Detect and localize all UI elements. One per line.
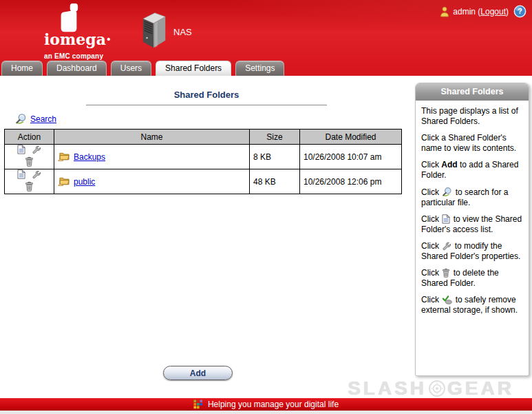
page-title: Shared Folders bbox=[0, 90, 413, 100]
column-header-date-modified: Date Modified bbox=[300, 130, 402, 145]
user-icon bbox=[440, 6, 449, 17]
tab-shared-folders[interactable]: Shared Folders bbox=[156, 61, 231, 76]
delete-folder-icon[interactable] bbox=[25, 181, 34, 194]
column-header-name: Name bbox=[54, 130, 250, 145]
action-cell bbox=[5, 145, 54, 169]
iomega-nas-admin-page: iomega· an EMC company NAS admin (Logout… bbox=[0, 0, 532, 414]
emc-digital-life-icon bbox=[193, 400, 203, 409]
shared-folder-icon bbox=[58, 152, 70, 162]
help-button[interactable]: ? bbox=[513, 5, 526, 18]
nas-device-image bbox=[139, 10, 169, 50]
footer-bar: Helping you manage your digital life bbox=[0, 398, 532, 411]
slashgear-watermark: SLASH GEAR bbox=[348, 377, 514, 400]
action-cell bbox=[5, 169, 54, 194]
main-nav-tabs: Home Dashboard Users Shared Folders Sett… bbox=[1, 61, 284, 76]
help-paragraph: Click to view the Shared Folder's access… bbox=[421, 214, 523, 235]
help-panel-body: This page displays a list of Shared Fold… bbox=[416, 101, 529, 315]
column-header-action: Action bbox=[5, 130, 54, 145]
search-link[interactable]: Search bbox=[15, 113, 56, 125]
modify-properties-icon[interactable] bbox=[32, 169, 41, 181]
brand-name: iomega· bbox=[44, 32, 111, 46]
table-header-row: Action Name Size Date Modified bbox=[5, 130, 402, 145]
modify-properties-icon[interactable] bbox=[32, 145, 41, 156]
folder-link[interactable]: public bbox=[74, 177, 95, 187]
search-icon bbox=[15, 113, 27, 125]
size-cell: 8 KB bbox=[250, 145, 300, 169]
footer-tagline: Helping you manage your digital life bbox=[208, 400, 339, 409]
help-paragraph: Click Add to add a Shared Folder. bbox=[421, 160, 523, 180]
iomega-logo: iomega· an EMC company bbox=[44, 3, 111, 60]
logged-in-user: admin ( bbox=[453, 7, 480, 17]
name-cell: Backups bbox=[54, 145, 250, 169]
view-access-list-icon[interactable] bbox=[17, 145, 25, 156]
delete-folder-icon bbox=[442, 268, 450, 278]
add-keyword: Add bbox=[441, 160, 457, 169]
size-cell: 48 KB bbox=[250, 169, 300, 194]
iomega-i-icon bbox=[56, 3, 82, 32]
help-paragraph: Click to delete the Shared Folder. bbox=[421, 268, 523, 289]
user-session-area: admin (Logout) ? bbox=[440, 5, 526, 18]
date-modified-cell: 10/26/2008 10:07 am bbox=[300, 145, 402, 169]
search-label: Search bbox=[30, 114, 56, 124]
help-paragraph: Click to modify the Shared Folder's prop… bbox=[421, 241, 523, 262]
tab-users[interactable]: Users bbox=[111, 61, 151, 76]
date-modified-cell: 10/26/2008 12:06 pm bbox=[300, 169, 402, 194]
gear-icon bbox=[428, 380, 446, 397]
bottom-strip bbox=[0, 411, 532, 414]
help-paragraph: Click to safely remove external storage,… bbox=[421, 295, 523, 315]
header: iomega· an EMC company NAS admin (Logout… bbox=[0, 0, 532, 76]
name-cell: public bbox=[54, 169, 250, 194]
tab-settings[interactable]: Settings bbox=[235, 61, 284, 76]
main-content: Shared Folders Search Action Name Size D… bbox=[0, 76, 532, 398]
safe-remove-icon bbox=[442, 296, 452, 304]
view-access-list-icon[interactable] bbox=[17, 169, 25, 181]
modify-properties-icon bbox=[442, 241, 451, 251]
search-icon bbox=[442, 187, 452, 197]
svg-text:?: ? bbox=[518, 7, 522, 15]
tab-home[interactable]: Home bbox=[1, 61, 43, 76]
view-access-list-icon bbox=[442, 214, 450, 224]
shared-folders-table: Action Name Size Date Modified bbox=[4, 129, 402, 194]
table-row: Backups 8 KB 10/26/2008 10:07 am bbox=[5, 145, 402, 169]
help-panel: Shared Folders This page displays a list… bbox=[415, 83, 529, 376]
add-button[interactable]: Add bbox=[163, 366, 233, 380]
delete-folder-icon[interactable] bbox=[25, 156, 34, 169]
tab-dashboard[interactable]: Dashboard bbox=[47, 61, 107, 76]
folder-link[interactable]: Backups bbox=[74, 152, 105, 162]
device-label: NAS bbox=[173, 27, 192, 37]
shared-folder-icon bbox=[58, 176, 70, 187]
help-paragraph: Click to search for a particular file. bbox=[421, 187, 523, 208]
help-icon: ? bbox=[513, 5, 526, 18]
logout-link[interactable]: Logout bbox=[480, 7, 506, 17]
title-divider bbox=[86, 105, 327, 105]
help-paragraph: Click a Shared Folder's name to view its… bbox=[421, 133, 523, 154]
brand-tagline: an EMC company bbox=[44, 52, 111, 60]
column-header-size: Size bbox=[250, 130, 300, 145]
help-panel-title: Shared Folders bbox=[416, 83, 529, 101]
help-paragraph: This page displays a list of Shared Fold… bbox=[421, 106, 523, 127]
table-row: public 48 KB 10/26/2008 12:06 pm bbox=[5, 169, 402, 194]
